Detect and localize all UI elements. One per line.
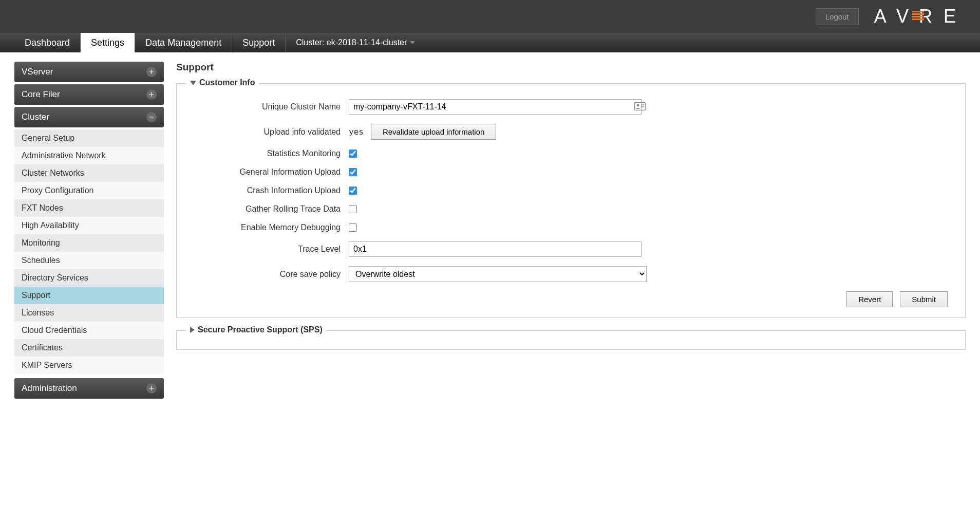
cluster-name-label: Unique Cluster Name bbox=[192, 102, 349, 111]
core-save-select[interactable]: Overwrite oldest bbox=[349, 266, 647, 282]
gen-upload-checkbox[interactable] bbox=[349, 168, 357, 176]
avere-logo: AV RE bbox=[874, 6, 967, 27]
page-title: Support bbox=[176, 62, 966, 73]
tab-support[interactable]: Support bbox=[232, 33, 286, 52]
chevron-down-icon bbox=[410, 41, 415, 44]
legend-text: Customer Info bbox=[199, 78, 255, 87]
cluster-name-input[interactable] bbox=[349, 99, 642, 115]
svg-rect-0 bbox=[635, 102, 646, 110]
sidebar-item-admin-network[interactable]: Administrative Network bbox=[14, 147, 164, 164]
sidebar-section-label: Administration bbox=[22, 383, 77, 394]
disclosure-open-icon bbox=[190, 81, 196, 85]
sidebar-section-label: VServer bbox=[22, 67, 53, 77]
core-save-label: Core save policy bbox=[192, 270, 349, 279]
sidebar-item-monitoring[interactable]: Monitoring bbox=[14, 234, 164, 252]
sidebar-item-schedules[interactable]: Schedules bbox=[14, 252, 164, 269]
sidebar-cluster-items: General Setup Administrative Network Clu… bbox=[14, 129, 164, 374]
tab-data-management[interactable]: Data Management bbox=[135, 33, 232, 52]
sidebar-section-administration[interactable]: Administration + bbox=[14, 378, 164, 399]
plus-icon: + bbox=[146, 383, 157, 394]
submit-button[interactable]: Submit bbox=[900, 291, 948, 307]
gen-upload-label: General Information Upload bbox=[192, 167, 349, 177]
sidebar-section-label: Core Filer bbox=[22, 89, 60, 100]
id-card-icon bbox=[634, 102, 646, 112]
legend-text: Secure Proactive Support (SPS) bbox=[198, 325, 323, 334]
plus-icon: + bbox=[146, 67, 157, 77]
sidebar-section-cluster[interactable]: Cluster − bbox=[14, 107, 164, 127]
trace-level-input[interactable] bbox=[349, 241, 642, 257]
rolling-trace-checkbox[interactable] bbox=[349, 205, 357, 213]
upload-validated-label: Upload info validated bbox=[192, 127, 349, 137]
sidebar-section-core-filer[interactable]: Core Filer + bbox=[14, 84, 164, 105]
customer-info-legend[interactable]: Customer Info bbox=[186, 78, 259, 87]
tab-bar: Dashboard Settings Data Management Suppo… bbox=[0, 33, 980, 52]
tab-dashboard[interactable]: Dashboard bbox=[14, 33, 81, 52]
sidebar-item-licenses[interactable]: Licenses bbox=[14, 304, 164, 322]
sidebar-item-support[interactable]: Support bbox=[14, 287, 164, 304]
sidebar-section-vserver[interactable]: VServer + bbox=[14, 62, 164, 82]
minus-icon: − bbox=[146, 112, 157, 122]
cluster-label-text: Cluster: ek-2018-11-14-cluster bbox=[296, 38, 407, 47]
customer-info-fieldset: Customer Info Unique Cluster Name Upload… bbox=[176, 83, 966, 318]
sidebar-item-kmip-servers[interactable]: KMIP Servers bbox=[14, 357, 164, 374]
sidebar-item-directory-services[interactable]: Directory Services bbox=[14, 269, 164, 287]
revert-button[interactable]: Revert bbox=[846, 291, 893, 307]
mem-debug-label: Enable Memory Debugging bbox=[192, 223, 349, 232]
disclosure-closed-icon bbox=[190, 327, 195, 333]
sidebar: VServer + Core Filer + Cluster − General… bbox=[14, 62, 164, 401]
top-bar: Logout AV RE bbox=[0, 0, 980, 33]
stats-monitoring-label: Statistics Monitoring bbox=[192, 149, 349, 158]
sidebar-item-cluster-networks[interactable]: Cluster Networks bbox=[14, 164, 164, 182]
content-area: Support Customer Info Unique Cluster Nam… bbox=[176, 62, 966, 401]
sidebar-item-cloud-credentials[interactable]: Cloud Credentials bbox=[14, 322, 164, 339]
sidebar-item-high-availability[interactable]: High Availability bbox=[14, 217, 164, 234]
plus-icon: + bbox=[146, 89, 157, 100]
logo-text-right: RE bbox=[919, 6, 967, 27]
sidebar-section-label: Cluster bbox=[22, 112, 49, 122]
crash-upload-label: Crash Information Upload bbox=[192, 186, 349, 195]
stats-monitoring-checkbox[interactable] bbox=[349, 150, 357, 158]
logout-button[interactable]: Logout bbox=[816, 8, 859, 25]
logo-bars-icon bbox=[912, 11, 924, 20]
sidebar-item-proxy-config[interactable]: Proxy Configuration bbox=[14, 182, 164, 199]
sps-fieldset: Secure Proactive Support (SPS) bbox=[176, 330, 966, 350]
sidebar-item-certificates[interactable]: Certificates bbox=[14, 339, 164, 357]
rolling-trace-label: Gather Rolling Trace Data bbox=[192, 204, 349, 214]
revalidate-button[interactable]: Revalidate upload information bbox=[371, 124, 496, 140]
sps-legend[interactable]: Secure Proactive Support (SPS) bbox=[186, 325, 327, 334]
crash-upload-checkbox[interactable] bbox=[349, 186, 357, 195]
tab-settings[interactable]: Settings bbox=[81, 33, 135, 52]
svg-point-1 bbox=[637, 104, 639, 106]
trace-level-label: Trace Level bbox=[192, 245, 349, 254]
cluster-selector[interactable]: Cluster: ek-2018-11-14-cluster bbox=[286, 33, 425, 52]
mem-debug-checkbox[interactable] bbox=[349, 223, 357, 232]
sidebar-item-general-setup[interactable]: General Setup bbox=[14, 129, 164, 147]
sidebar-item-fxt-nodes[interactable]: FXT Nodes bbox=[14, 199, 164, 217]
upload-validated-value: yes bbox=[349, 127, 364, 137]
